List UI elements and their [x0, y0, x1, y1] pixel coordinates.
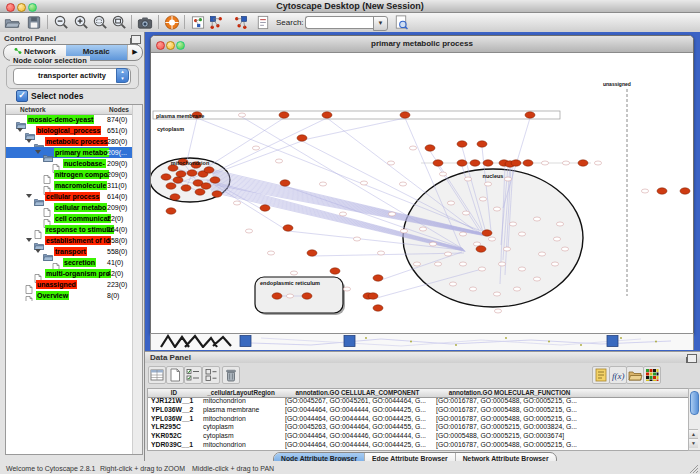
scroll-down-arrow[interactable]: ▼ — [689, 438, 698, 448]
expand-arrow-icon[interactable] — [35, 249, 41, 253]
new-attribute-icon[interactable] — [166, 366, 184, 384]
search-input[interactable] — [305, 16, 374, 29]
tree-row[interactable]: primary metabo209(... — [6, 147, 132, 158]
tree-row[interactable]: multi-organism pro42(0) — [6, 268, 132, 279]
tree-row[interactable]: establishment of lo558(0) — [6, 235, 132, 246]
scrollbar-thumb[interactable] — [690, 391, 699, 415]
table-cell: [GO:0045263, GO:0044464, GO:0044455, G..… — [282, 423, 433, 432]
open-file-icon[interactable] — [3, 14, 21, 31]
select-nodes-checkbox[interactable]: ✓ — [16, 90, 28, 102]
table-cell: mitochondrion — [200, 397, 282, 406]
close-window-button[interactable] — [6, 3, 15, 12]
table-cell: cytoplasm — [200, 423, 282, 432]
tree-row[interactable]: nucleobase-209(0) — [6, 158, 132, 169]
table-cell: YKR052C — [148, 432, 200, 441]
layout-network-icon[interactable] — [207, 14, 225, 31]
combobox-stepper[interactable]: ▲▼ — [116, 68, 129, 83]
notes-icon[interactable] — [592, 366, 610, 384]
tree-row-count: 8(0) — [107, 291, 119, 300]
tree-row-count: 223(0) — [107, 280, 127, 289]
attribute-table[interactable]: ID_cellularLayoutRegionannotation.GO CEL… — [147, 388, 690, 451]
tree-row[interactable]: Overview8(0) — [6, 290, 132, 301]
tree-row[interactable]: metabolic process280(0) — [6, 136, 132, 147]
zoom-selected-icon[interactable] — [91, 14, 109, 31]
float-panel-icon[interactable] — [131, 35, 141, 44]
tree-row[interactable]: cell communicat22(0) — [6, 213, 132, 224]
tree-row-count: 209(... — [107, 148, 127, 157]
help-lifering-icon[interactable] — [163, 14, 181, 31]
select-attributes-icon[interactable] — [184, 366, 202, 384]
zoom-fit-icon[interactable] — [110, 14, 128, 31]
toolbar-separator — [131, 15, 132, 29]
minimize-view-button[interactable] — [166, 41, 175, 50]
network-view-window[interactable]: primary metabolic process plasma membran… — [150, 35, 694, 334]
tree-row-count: 22(0) — [107, 214, 123, 223]
tree-row[interactable]: macromolecule311(0) — [6, 180, 132, 191]
tree-row[interactable]: biological_process651(0) — [6, 125, 132, 136]
cytoscape-desktop: { "titlebar": { "title": "Cytoscape Desk… — [0, 0, 700, 474]
attribute-list-icon[interactable] — [202, 366, 220, 384]
tree-row[interactable]: transport558(0) — [6, 246, 132, 257]
annotation-icon[interactable] — [254, 14, 272, 31]
vizmapper-icon[interactable] — [189, 14, 207, 31]
background-window-graphics — [151, 334, 691, 348]
tree-row[interactable]: unassigned223(0) — [6, 279, 132, 290]
zoom-window-button[interactable] — [28, 3, 37, 12]
tree-row[interactable]: mosaic-demo-yeast874(0) — [6, 114, 132, 125]
table-row[interactable]: YLR295Ccytoplasm[GO:0045263, GO:0044464,… — [148, 423, 689, 432]
expand-arrow-icon[interactable] — [26, 238, 32, 242]
resize-grip[interactable] — [688, 463, 698, 473]
expand-arrow-icon[interactable] — [35, 150, 41, 154]
table-scrollbar[interactable]: ▲ ▼ — [688, 388, 700, 451]
zoom-out-icon[interactable] — [52, 14, 70, 31]
tree-row[interactable]: cellular process614(0) — [6, 191, 132, 202]
tree-row[interactable]: response to stimulu264(0) — [6, 224, 132, 235]
zoom-view-button[interactable] — [176, 41, 185, 50]
table-cell: [GO:0044464, GO:0044444, GO:0044425, G..… — [282, 441, 433, 450]
toolbar-separator — [47, 15, 48, 29]
delete-attribute-trash-icon[interactable] — [222, 366, 240, 384]
network-graph[interactable]: plasma membranecytoplasmmitochondrionnuc… — [151, 53, 693, 332]
tree-row[interactable]: cellular metabo209(0) — [6, 202, 132, 213]
close-view-button[interactable] — [156, 41, 165, 50]
network-window-titlebar[interactable]: primary metabolic process — [151, 36, 693, 53]
float-data-panel-icon[interactable] — [687, 354, 697, 363]
tree-row-count: 209(0) — [107, 170, 127, 179]
table-row[interactable]: YPL036W__1mitochondrion[GO:0044464, GO:0… — [148, 415, 689, 424]
node-color-combobox[interactable]: transporter activity — [13, 68, 131, 85]
tree-row[interactable]: nitrogen compo209(0) — [6, 169, 132, 180]
background-window-sliver[interactable] — [150, 333, 694, 350]
tree-row-label: unassigned — [36, 280, 77, 289]
formula-fx-icon[interactable]: f(x) — [609, 366, 627, 384]
search-dropdown-arrow[interactable]: ▼ — [373, 16, 388, 31]
heatmap-matrix-icon[interactable] — [643, 366, 661, 384]
table-cell: [GO:0016787, GO:0005488, GO:0005215, G..… — [433, 415, 586, 424]
network-canvas[interactable]: plasma membranecytoplasmmitochondrionnuc… — [151, 53, 693, 332]
snapshot-camera-icon[interactable] — [136, 14, 154, 31]
table-cell: plasma membrane — [200, 406, 282, 415]
save-file-icon[interactable] — [25, 14, 43, 31]
import-folder-icon[interactable] — [626, 366, 644, 384]
table-row[interactable]: YPL036W__2plasma membrane[GO:0044464, GO… — [148, 406, 689, 415]
tab-overflow-arrow[interactable]: ▶ — [127, 45, 142, 60]
search-options-icon[interactable] — [392, 14, 410, 31]
tree-row-label: macromolecule — [54, 181, 107, 190]
tree-row[interactable]: secretion41(0) — [6, 257, 132, 268]
expand-arrow-icon[interactable] — [17, 128, 23, 132]
expand-arrow-icon[interactable] — [26, 194, 32, 198]
table-row[interactable]: YKR052Ccytoplasm[GO:0044464, GO:0044446,… — [148, 432, 689, 441]
table-row[interactable]: YJR121W__1mitochondrion[GO:0045267, GO:0… — [148, 397, 689, 406]
svg-text:mitochondrion: mitochondrion — [171, 160, 210, 166]
table-cell: YJR121W__1 — [148, 397, 200, 406]
attribute-table-icon[interactable] — [148, 366, 166, 384]
tree-scrollbar[interactable] — [132, 105, 142, 454]
expand-arrow-icon[interactable] — [26, 139, 32, 143]
birds-eye-view[interactable] — [6, 301, 132, 452]
tree-row-label: metabolic process — [45, 137, 108, 146]
minimize-window-button[interactable] — [17, 3, 26, 12]
table-row[interactable]: YDR039C__1mitochondrion[GO:0044464, GO:0… — [148, 441, 689, 450]
layout-network-alt-icon[interactable] — [232, 14, 250, 31]
tree-row-count: 311(0) — [107, 181, 127, 190]
table-cell: YDR039C__1 — [148, 441, 200, 450]
zoom-in-icon[interactable] — [72, 14, 90, 31]
